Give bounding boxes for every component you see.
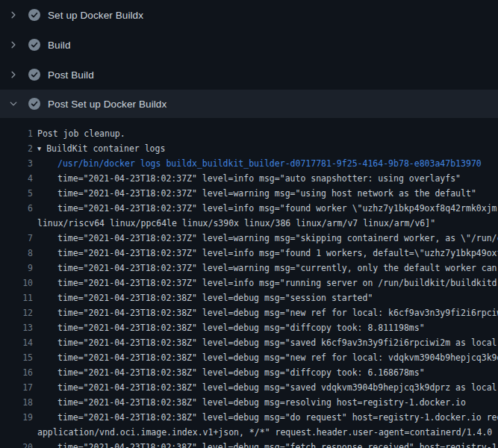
log-line-text: time="2021-04-23T18:02:37Z" level=warnin… (33, 233, 498, 243)
log-line-text: time="2021-04-23T18:02:38Z" level=debug … (33, 442, 498, 448)
check-circle-icon (28, 69, 40, 81)
log-line-number[interactable]: 19 (0, 410, 33, 425)
log-line-text: time="2021-04-23T18:02:37Z" level=info m… (33, 278, 498, 288)
log-line-number[interactable]: 7 (0, 231, 33, 246)
actions-log-viewer: { "theme": { "bg": "#0f141b", "step_expa… (0, 0, 498, 448)
step-row-set-up-docker-buildx[interactable]: Set up Docker Buildx (0, 0, 498, 30)
log-line-text: time="2021-04-23T18:02:37Z" level=info m… (33, 173, 461, 184)
check-circle-icon (28, 9, 40, 21)
log-line-text: time="2021-04-23T18:02:37Z" level=info m… (33, 248, 498, 258)
log-line-number[interactable]: 13 (0, 320, 33, 335)
log-console: 1Post job cleanup. 2▼BuildKit container … (0, 118, 498, 448)
chevron-right-icon (9, 70, 18, 79)
log-line-text: time="2021-04-23T18:02:38Z" level=debug … (33, 367, 425, 378)
log-line: 19time="2021-04-23T18:02:38Z" level=debu… (0, 410, 498, 425)
step-label: Set up Docker Buildx (48, 10, 143, 21)
log-line-text: /usr/bin/docker logs buildx_buildkit_bui… (33, 158, 482, 169)
chevron-down-icon (9, 99, 18, 108)
step-row-build[interactable]: Build (0, 30, 498, 60)
log-line: 17time="2021-04-23T18:02:38Z" level=debu… (0, 380, 498, 395)
log-line-text: time="2021-04-23T18:02:38Z" level=debug … (33, 308, 498, 318)
log-line-text: time="2021-04-23T18:02:37Z" level=warnin… (33, 188, 476, 199)
step-row-post-build[interactable]: Post Build (0, 60, 498, 90)
log-line-number[interactable]: 4 (0, 171, 33, 186)
log-line-text: linux/riscv64 linux/ppc64le linux/s390x … (33, 218, 435, 228)
group-collapse-triangle-icon: ▼ (33, 141, 41, 156)
log-line: 14time="2021-04-23T18:02:38Z" level=debu… (0, 335, 498, 350)
log-line-number[interactable]: 17 (0, 380, 33, 395)
step-label: Post Set up Docker Buildx (48, 99, 166, 110)
log-line-text: time="2021-04-23T18:02:38Z" level=debug … (33, 412, 498, 423)
step-row-post-set-up-docker-buildx[interactable]: Post Set up Docker Buildx (0, 90, 498, 118)
log-line-text: time="2021-04-23T18:02:38Z" level=debug … (33, 293, 373, 303)
log-line-number[interactable]: 15 (0, 350, 33, 365)
log-group-toggle[interactable]: 2▼BuildKit container logs (0, 141, 498, 156)
log-line: linux/riscv64 linux/ppc64le linux/s390x … (0, 216, 498, 231)
log-line-number[interactable]: 9 (0, 261, 33, 276)
log-line-number[interactable]: 18 (0, 395, 33, 410)
log-line: 12time="2021-04-23T18:02:38Z" level=debu… (0, 305, 498, 320)
log-line-number[interactable]: 12 (0, 305, 33, 320)
log-line-text: BuildKit container logs (46, 143, 165, 154)
log-line: 11time="2021-04-23T18:02:38Z" level=debu… (0, 290, 498, 305)
log-line: 6time="2021-04-23T18:02:37Z" level=info … (0, 201, 498, 216)
log-line-text: time="2021-04-23T18:02:37Z" level=info m… (33, 203, 497, 214)
log-line-number[interactable]: 1 (0, 126, 33, 141)
log-line-text: application/vnd.oci.image.index.v1+json,… (33, 427, 492, 438)
log-line-number[interactable]: 20 (0, 440, 33, 448)
check-circle-icon (28, 39, 40, 51)
log-line-text: Post job cleanup. (33, 128, 125, 139)
log-line-number[interactable]: 3 (0, 156, 33, 171)
log-line-text: time="2021-04-23T18:02:38Z" level=debug … (33, 323, 425, 333)
log-line-number[interactable]: 11 (0, 290, 33, 305)
log-line: 16time="2021-04-23T18:02:38Z" level=debu… (0, 365, 498, 380)
steps-list: Set up Docker Buildx Build P (0, 0, 498, 118)
log-line: 1Post job cleanup. (0, 126, 498, 141)
log-line: 13time="2021-04-23T18:02:38Z" level=debu… (0, 320, 498, 335)
log-line: 5time="2021-04-23T18:02:37Z" level=warni… (0, 186, 498, 201)
log-line-text: time="2021-04-23T18:02:38Z" level=debug … (33, 337, 498, 348)
log-line: application/vnd.oci.image.index.v1+json,… (0, 425, 498, 440)
log-line: 20time="2021-04-23T18:02:38Z" level=debu… (0, 440, 498, 448)
log-line: 4time="2021-04-23T18:02:37Z" level=info … (0, 171, 498, 186)
log-line-text: time="2021-04-23T18:02:38Z" level=debug … (33, 382, 498, 393)
log-line-number[interactable]: 16 (0, 365, 33, 380)
step-label: Post Build (48, 69, 94, 81)
step-label: Build (48, 40, 71, 51)
chevron-right-icon (9, 40, 18, 49)
log-line: 9time="2021-04-23T18:02:37Z" level=warni… (0, 261, 498, 276)
log-line-number[interactable]: 5 (0, 186, 33, 201)
log-line: 8time="2021-04-23T18:02:37Z" level=info … (0, 246, 498, 261)
log-line-number[interactable]: 6 (0, 201, 33, 216)
chevron-right-icon (9, 10, 18, 19)
log-line: 15time="2021-04-23T18:02:38Z" level=debu… (0, 350, 498, 365)
log-line-number[interactable]: 10 (0, 276, 33, 290)
log-line: 3/usr/bin/docker logs buildx_buildkit_bu… (0, 156, 498, 171)
log-line-number[interactable]: 14 (0, 335, 33, 350)
log-line-number[interactable]: 2 (0, 141, 33, 156)
log-line: 10time="2021-04-23T18:02:37Z" level=info… (0, 276, 498, 290)
log-line: 18time="2021-04-23T18:02:38Z" level=debu… (0, 395, 498, 410)
log-line-text: time="2021-04-23T18:02:38Z" level=debug … (33, 352, 498, 363)
check-circle-icon (28, 98, 40, 110)
log-line-number[interactable]: 8 (0, 246, 33, 261)
log-line: 7time="2021-04-23T18:02:37Z" level=warni… (0, 231, 498, 246)
log-line-text: time="2021-04-23T18:02:37Z" level=warnin… (33, 263, 498, 273)
log-line-text: time="2021-04-23T18:02:38Z" level=debug … (33, 397, 466, 408)
